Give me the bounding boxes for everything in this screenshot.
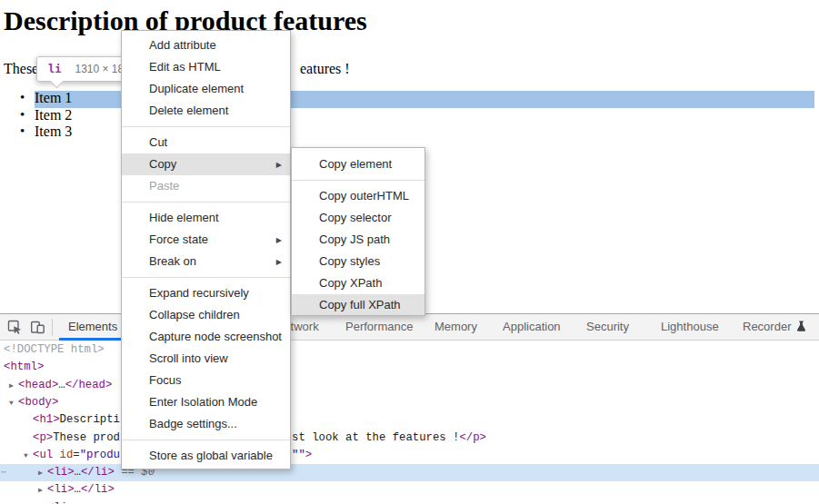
list-item[interactable]: •Item 1 (20, 90, 72, 106)
expand-arrow-icon[interactable]: ▶ (35, 499, 45, 504)
code-token: <head> (18, 379, 58, 391)
context-menu-item-hide-element[interactable]: Hide element (122, 207, 290, 229)
tab-label: Application (503, 320, 561, 333)
context-menu-separator (122, 202, 290, 203)
context-menu-item-scroll-into-view[interactable]: Scroll into view (122, 348, 290, 370)
menu-item-label: Break on (149, 254, 196, 268)
copy-submenu-item-copy-selector[interactable]: Copy selector (292, 207, 424, 229)
context-menu-item-cut[interactable]: Cut (122, 132, 290, 153)
toolbar-divider (52, 319, 53, 336)
node-markup: <p>These prod (33, 430, 120, 447)
tooltip-pointer (50, 74, 65, 89)
copy-submenu-item-copy-full-xpath[interactable]: Copy full XPath (292, 294, 424, 316)
context-menu-item-capture-node-screenshot[interactable]: Capture node screenshot (122, 326, 290, 348)
node-markup: <li (47, 499, 67, 504)
context-menu-item-edit-as-html[interactable]: Edit as HTML (122, 56, 290, 78)
tab-label: Recorder (743, 320, 791, 333)
node-markup: <li>…</li> (47, 481, 115, 499)
tab-lighthouse[interactable]: Lighthouse (652, 314, 728, 341)
context-menu-item-add-attribute[interactable]: Add attribute (122, 35, 290, 56)
code-token: <body> (18, 396, 58, 409)
copy-submenu: Copy elementCopy outerHTMLCopy selectorC… (291, 147, 425, 316)
context-menu-item-collapse-children[interactable]: Collapse children (122, 304, 290, 326)
tooltip-tag-name: li (48, 63, 61, 75)
dom-tree-row[interactable]: ▶<li (0, 499, 819, 504)
bullet-icon: • (20, 90, 35, 106)
dom-tree-row[interactable]: ▶<li>…</li> (0, 481, 819, 499)
context-menu-item-force-state[interactable]: Force state▶ (122, 229, 290, 251)
device-toolbar-icon[interactable] (30, 320, 45, 335)
expand-arrow-icon[interactable]: ▶ (6, 377, 16, 394)
expand-arrow-icon[interactable]: ▶ (35, 464, 45, 481)
code-token: <li> (47, 483, 75, 496)
code-token: st look at the features ! (292, 431, 459, 444)
expand-arrow-icon[interactable]: ▼ (6, 394, 16, 411)
context-menu-item-expand-recursively[interactable]: Expand recursively (122, 282, 290, 304)
tab-label: Elements (68, 320, 117, 333)
code-token (53, 449, 59, 461)
expand-arrow-icon[interactable]: ▶ (35, 481, 45, 499)
menu-item-label: Copy XPath (319, 276, 382, 290)
bullet-icon: • (20, 124, 35, 140)
tab-label: Security (586, 320, 629, 333)
code-token: These prod (53, 431, 120, 444)
context-menu-separator (122, 126, 290, 127)
menu-item-label: Hide element (149, 211, 219, 224)
code-token: <p> (33, 431, 53, 444)
menu-item-label: Enter Isolation Mode (149, 395, 257, 409)
bullet-icon: • (20, 107, 35, 124)
inspect-icon[interactable] (7, 320, 23, 335)
node-markup: <!DOCTYPE html> (4, 341, 105, 359)
code-token: <li> (47, 466, 75, 479)
context-menu-item-focus[interactable]: Focus (122, 370, 290, 391)
node-markup: <ul id="produ (33, 447, 120, 464)
context-menu-item-enter-isolation-mode[interactable]: Enter Isolation Mode (122, 391, 290, 413)
menu-item-label: Expand recursively (149, 286, 249, 300)
code-token: <h1> (33, 413, 60, 426)
code-token: <!DOCTYPE html> (4, 343, 105, 356)
code-token: </p> (459, 431, 486, 444)
copy-submenu-separator (292, 180, 424, 181)
list-item[interactable]: •Item 2 (20, 107, 72, 124)
paragraph-fragment-left: These (4, 61, 38, 77)
context-menu-item-store-as-global-variable[interactable]: Store as global variable (122, 445, 290, 467)
list-item-label: Item 2 (35, 107, 72, 124)
copy-submenu-item-copy-styles[interactable]: Copy styles (292, 251, 424, 272)
list-item-label: Item 1 (35, 90, 72, 106)
menu-item-label: Copy JS path (319, 232, 390, 246)
list-item[interactable]: •Item 3 (20, 124, 72, 140)
code-token: > (305, 449, 312, 461)
menu-item-label: Paste (149, 179, 179, 193)
context-menu-item-badge-settings[interactable]: Badge settings... (122, 413, 290, 435)
context-menu-item-copy[interactable]: Copy▶ (122, 153, 290, 175)
paragraph-fragment-right: eatures ! (300, 61, 350, 77)
code-token: </li> (81, 483, 115, 496)
context-menu-item-duplicate-element[interactable]: Duplicate element (122, 78, 290, 100)
copy-submenu-item-copy-js-path[interactable]: Copy JS path (292, 229, 424, 251)
copy-submenu-item-copy-outerhtml[interactable]: Copy outerHTML (292, 185, 424, 207)
node-markup: <head>…</head> (18, 377, 112, 394)
node-markup-continued: st look at the features !</p> (292, 430, 486, 447)
tab-elements[interactable]: Elements (59, 314, 126, 341)
context-menu-item-break-on[interactable]: Break on▶ (122, 251, 290, 272)
context-menu-item-delete-element[interactable]: Delete element (122, 100, 290, 122)
code-token: </head> (65, 379, 113, 391)
tab-security[interactable]: Security (577, 314, 638, 341)
menu-item-label: Copy full XPath (319, 298, 401, 311)
expand-arrow-icon[interactable]: ▼ (21, 447, 31, 464)
context-menu-item-paste: Paste (122, 175, 290, 197)
menu-item-label: Scroll into view (149, 351, 228, 365)
code-token: <html> (4, 361, 44, 373)
menu-item-label: Copy outerHTML (319, 189, 409, 203)
flask-icon (796, 321, 806, 332)
menu-item-label: Copy styles (319, 254, 380, 268)
context-menu-separator (122, 277, 290, 278)
tab-application[interactable]: Application (494, 314, 570, 341)
tab-memory[interactable]: Memory (425, 314, 486, 341)
menu-item-label: Collapse children (149, 308, 240, 321)
copy-submenu-item-copy-xpath[interactable]: Copy XPath (292, 272, 424, 294)
tab-recorder[interactable]: Recorder (734, 314, 815, 341)
copy-submenu-item-copy-element[interactable]: Copy element (292, 153, 424, 175)
code-token: id (60, 449, 74, 461)
tab-performance[interactable]: Performance (336, 314, 422, 341)
